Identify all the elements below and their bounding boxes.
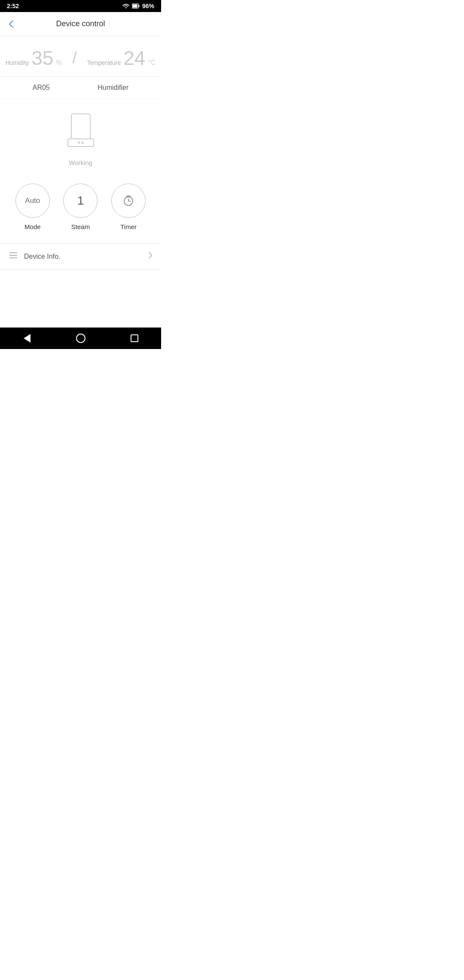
nav-bar xyxy=(0,328,161,349)
mode-value: Auto xyxy=(25,196,40,205)
chevron-right-icon xyxy=(148,251,153,261)
recents-nav-button[interactable] xyxy=(126,332,143,345)
steam-circle[interactable]: 1 xyxy=(63,184,98,218)
humidifier-section: Working xyxy=(0,99,161,173)
humidity-unit: % xyxy=(56,59,62,67)
mode-circle[interactable]: Auto xyxy=(15,184,50,218)
temperature-unit: °C xyxy=(148,59,156,67)
sensor-row: Humidity 35 % / Temperature 24 °C xyxy=(0,36,161,77)
back-nav-icon xyxy=(24,334,31,343)
svg-rect-3 xyxy=(71,114,90,139)
svg-point-6 xyxy=(81,142,83,144)
steam-control[interactable]: 1 Steam xyxy=(63,184,98,230)
device-labels: AR05 Humidifier xyxy=(0,77,161,99)
battery-icon xyxy=(132,3,140,9)
mode-control[interactable]: Auto Mode xyxy=(15,184,50,230)
timer-icon xyxy=(122,194,135,208)
working-status: Working xyxy=(69,159,92,166)
steam-value: 1 xyxy=(77,194,84,208)
temperature-sensor: Temperature 24 °C xyxy=(87,48,156,68)
temperature-value: 24 xyxy=(123,48,145,68)
recents-nav-icon xyxy=(131,334,138,342)
device-info-label: Device Info. xyxy=(24,253,148,260)
temperature-label: Temperature xyxy=(87,59,121,66)
timer-control[interactable]: Timer xyxy=(111,184,146,230)
humidifier-icon xyxy=(64,112,98,155)
status-bar: 2:52 96% xyxy=(0,0,161,12)
device-info-row[interactable]: Device Info. xyxy=(0,243,161,270)
humidity-sensor: Humidity 35 % xyxy=(6,48,62,68)
home-nav-button[interactable] xyxy=(72,332,89,345)
status-time: 2:52 xyxy=(7,3,19,9)
controls-row: Auto Mode 1 Steam Timer xyxy=(0,173,161,243)
back-button[interactable] xyxy=(9,20,14,28)
svg-rect-1 xyxy=(138,5,139,7)
timer-label: Timer xyxy=(120,223,137,230)
header: Device control xyxy=(0,12,161,36)
mode-label: Mode xyxy=(24,223,41,230)
battery-percentage: 96% xyxy=(142,3,154,9)
svg-rect-2 xyxy=(132,5,137,8)
device-id: AR05 xyxy=(33,84,50,92)
home-nav-icon xyxy=(76,334,85,343)
humidity-label: Humidity xyxy=(6,59,29,66)
svg-point-5 xyxy=(78,142,80,144)
back-nav-button[interactable] xyxy=(18,332,36,345)
header-title: Device control xyxy=(9,19,153,28)
sensor-divider: / xyxy=(73,49,77,67)
device-type: Humidifier xyxy=(98,84,128,92)
timer-circle[interactable] xyxy=(111,184,146,218)
humidity-value: 35 xyxy=(31,48,53,68)
svg-rect-4 xyxy=(68,139,94,147)
status-right: 96% xyxy=(122,3,154,9)
list-icon xyxy=(9,251,18,261)
wifi-icon xyxy=(122,3,129,9)
steam-label: Steam xyxy=(71,223,90,230)
